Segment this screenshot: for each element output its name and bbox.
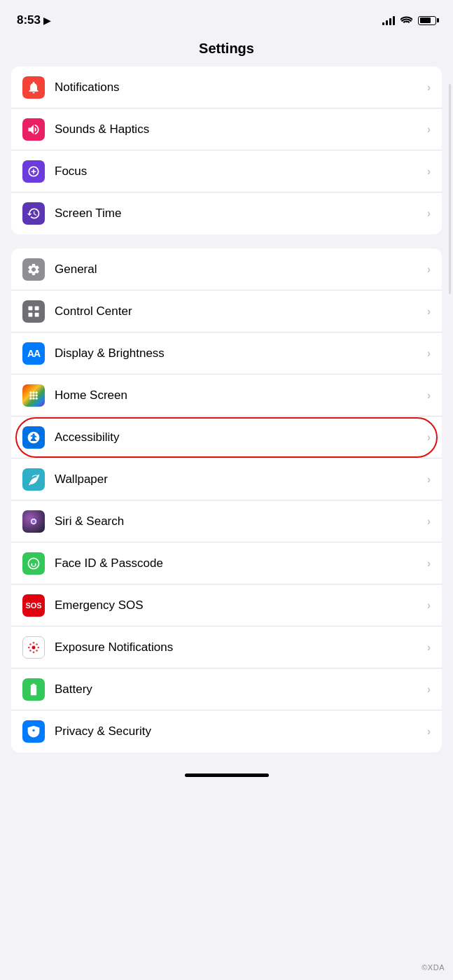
notifications-label: Notifications (55, 80, 427, 94)
face-id-icon (22, 552, 45, 575)
battery-label: Battery (55, 682, 427, 696)
exposure-icon (22, 636, 45, 659)
settings-item-focus[interactable]: Focus › (11, 150, 442, 192)
scroll-indicator (449, 84, 451, 294)
siri-search-label: Siri & Search (55, 514, 427, 528)
sounds-chevron: › (427, 123, 431, 136)
page-title: Settings (199, 41, 254, 56)
settings-item-exposure[interactable]: Exposure Notifications › (11, 626, 442, 668)
face-id-chevron: › (427, 557, 431, 570)
xda-watermark: ©XDA (421, 963, 445, 972)
wallpaper-chevron: › (427, 473, 431, 486)
settings-item-emergency-sos[interactable]: SOS Emergency SOS › (11, 584, 442, 626)
screen-time-icon (22, 202, 45, 225)
home-indicator (0, 766, 453, 781)
svg-point-22 (36, 643, 38, 645)
settings-item-display-brightness[interactable]: AA Display & Brightness › (11, 332, 442, 374)
status-bar: 8:53 ▶ (0, 0, 453, 35)
control-center-icon (22, 300, 45, 323)
emergency-sos-label: Emergency SOS (55, 598, 427, 612)
location-icon: ▶ (43, 15, 50, 26)
svg-point-7 (29, 394, 32, 396)
settings-item-face-id[interactable]: Face ID & Passcode › (11, 542, 442, 584)
svg-point-14 (32, 519, 36, 523)
svg-point-8 (32, 394, 34, 396)
svg-rect-3 (35, 312, 39, 316)
svg-point-11 (32, 397, 34, 399)
status-right-icons (382, 15, 436, 27)
status-time: 8:53 ▶ (17, 13, 50, 27)
home-bar (185, 774, 269, 777)
svg-point-21 (36, 650, 38, 652)
exposure-chevron: › (427, 641, 431, 654)
settings-item-wallpaper[interactable]: Wallpaper › (11, 458, 442, 500)
notifications-chevron: › (427, 81, 431, 94)
settings-item-notifications[interactable]: Notifications › (11, 66, 442, 108)
control-center-label: Control Center (55, 304, 427, 318)
emergency-sos-chevron: › (427, 599, 431, 612)
general-label: General (55, 262, 427, 276)
page-header: Settings (0, 35, 453, 66)
screen-time-chevron: › (427, 207, 431, 220)
settings-item-privacy-security[interactable]: Privacy & Security › (11, 710, 442, 752)
home-screen-icon (22, 384, 45, 407)
battery-status-icon (418, 16, 436, 25)
svg-point-20 (29, 643, 32, 645)
face-id-label: Face ID & Passcode (55, 556, 427, 570)
svg-point-23 (29, 650, 32, 652)
svg-point-9 (36, 394, 38, 396)
settings-item-home-screen[interactable]: Home Screen › (11, 374, 442, 416)
home-screen-label: Home Screen (55, 388, 427, 402)
signal-bars (382, 15, 395, 25)
settings-item-battery[interactable]: Battery › (11, 668, 442, 710)
svg-point-5 (32, 391, 34, 393)
accessibility-label: Accessibility (55, 430, 427, 444)
display-brightness-label: Display & Brightness (55, 346, 427, 360)
focus-chevron: › (427, 165, 431, 178)
emergency-sos-icon: SOS (22, 594, 45, 617)
svg-rect-1 (35, 306, 39, 310)
svg-point-18 (28, 646, 30, 648)
svg-point-4 (29, 391, 32, 393)
battery-chevron: › (427, 683, 431, 696)
settings-item-screen-time[interactable]: Screen Time › (11, 192, 442, 234)
svg-rect-0 (29, 306, 33, 310)
wifi-icon (400, 15, 412, 27)
accessibility-chevron: › (427, 431, 431, 444)
settings-group-2: General › Control Center › AA Display & … (11, 248, 442, 752)
settings-item-general[interactable]: General › (11, 248, 442, 290)
svg-point-6 (36, 391, 38, 393)
display-brightness-icon: AA (22, 342, 45, 365)
svg-point-15 (32, 645, 36, 649)
control-center-chevron: › (427, 305, 431, 318)
svg-point-19 (37, 646, 39, 648)
siri-search-chevron: › (427, 515, 431, 528)
home-screen-chevron: › (427, 389, 431, 402)
wallpaper-label: Wallpaper (55, 472, 427, 486)
time-label: 8:53 (17, 13, 41, 27)
svg-point-16 (33, 642, 35, 644)
settings-item-control-center[interactable]: Control Center › (11, 290, 442, 332)
battery-icon-settings (22, 678, 45, 701)
display-brightness-chevron: › (427, 347, 431, 360)
battery-fill (420, 18, 431, 23)
wallpaper-icon (22, 468, 45, 491)
svg-point-17 (33, 651, 35, 653)
svg-point-12 (36, 397, 38, 399)
settings-group-1: Notifications › Sounds & Haptics › Focus… (11, 66, 442, 234)
general-chevron: › (427, 263, 431, 276)
privacy-security-icon (22, 720, 45, 743)
screen-time-label: Screen Time (55, 206, 427, 220)
privacy-security-label: Privacy & Security (55, 724, 427, 738)
siri-icon (22, 510, 45, 533)
sounds-label: Sounds & Haptics (55, 122, 427, 136)
settings-item-accessibility[interactable]: Accessibility › (11, 416, 442, 458)
svg-rect-2 (29, 312, 33, 316)
privacy-security-chevron: › (427, 725, 431, 738)
focus-icon (22, 160, 45, 183)
settings-item-siri-search[interactable]: Siri & Search › (11, 500, 442, 542)
svg-point-10 (29, 397, 32, 399)
notifications-icon (22, 76, 45, 99)
settings-item-sounds[interactable]: Sounds & Haptics › (11, 108, 442, 150)
general-icon (22, 258, 45, 281)
